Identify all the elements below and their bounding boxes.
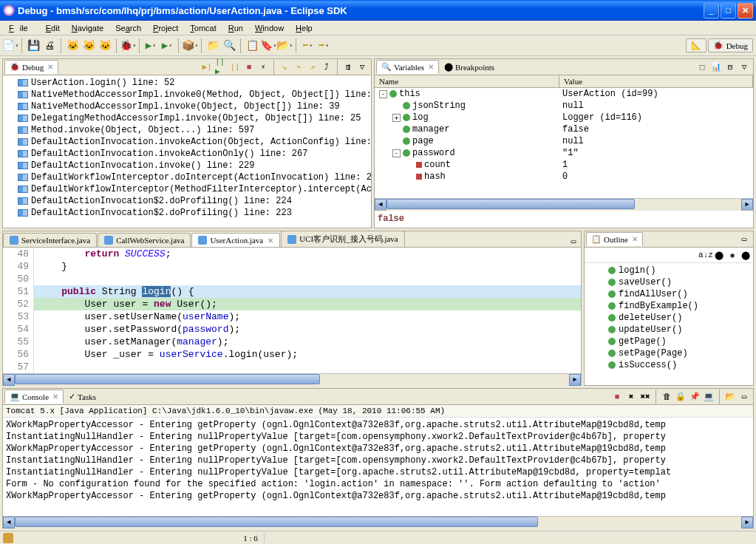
remove-all-icon[interactable]: ✖✖ xyxy=(639,391,651,403)
new-button[interactable]: 📄 xyxy=(3,38,18,53)
variable-row[interactable]: pagenull xyxy=(375,135,753,147)
outline-item[interactable]: saveUser() xyxy=(586,276,752,288)
variable-row[interactable]: jsonStringnull xyxy=(375,100,753,112)
clear-console-icon[interactable]: 🗑 xyxy=(661,391,672,403)
outline-item[interactable]: findAllUser() xyxy=(586,288,752,300)
editor-tab-callwebservice[interactable]: CallWebService.java xyxy=(98,233,191,247)
hide-nonpublic-icon[interactable]: ⬤ xyxy=(740,249,752,261)
menu-edit[interactable]: Edit xyxy=(40,22,66,34)
code-area[interactable]: return SUCCESS; } public String login() … xyxy=(34,248,581,373)
show-type-names-icon[interactable]: ⬚ xyxy=(696,61,708,73)
menu-help[interactable]: Help xyxy=(290,22,319,34)
debug-stack[interactable]: UserAction.login() line: 52 NativeMethod… xyxy=(3,75,371,228)
outline-item[interactable]: isSuccess() xyxy=(586,359,752,371)
scroll-lock-icon[interactable]: 🔒 xyxy=(675,391,687,403)
close-icon[interactable]: ✕ xyxy=(268,237,273,245)
outline-item[interactable]: deleteUser() xyxy=(586,312,752,324)
console-tab[interactable]: 💻 Console ✕ xyxy=(4,390,64,404)
drop-to-frame-button[interactable]: ⤴ xyxy=(321,61,333,73)
variable-row[interactable]: -thisUserAction (id=99) xyxy=(375,88,753,100)
terminate-button[interactable]: ■ xyxy=(611,391,623,403)
step-over-button[interactable]: ↷ xyxy=(293,61,304,73)
close-icon[interactable]: ✕ xyxy=(47,63,53,71)
outline-item[interactable]: login() xyxy=(586,265,752,276)
step-return-button[interactable]: ↗ xyxy=(307,61,319,73)
col-name[interactable]: Name xyxy=(375,75,559,87)
console-body[interactable]: XWorkMapPropertyAccessor - Entering getP… xyxy=(3,418,753,516)
scroll-thumb[interactable] xyxy=(386,199,635,209)
print-button[interactable]: 🖨 xyxy=(42,38,57,53)
pin-console-icon[interactable]: 📌 xyxy=(689,391,701,403)
hide-static-icon[interactable]: ✱ xyxy=(726,249,738,261)
expand-toggle[interactable]: - xyxy=(379,90,387,98)
menu-project[interactable]: Project xyxy=(147,22,184,34)
scroll-right-icon[interactable]: ► xyxy=(741,199,753,211)
outline-body[interactable]: login()saveUser()findAllUser()findByExam… xyxy=(585,263,753,385)
open-perspective-button[interactable]: 📐 xyxy=(686,38,706,52)
outline-item[interactable]: setPage(Page) xyxy=(586,347,752,359)
variables-hscroll[interactable]: ◄ ► xyxy=(375,198,753,210)
terminate-button[interactable]: ■ xyxy=(243,61,255,73)
close-icon[interactable]: ✕ xyxy=(428,63,434,71)
scroll-left-icon[interactable]: ◄ xyxy=(3,374,15,386)
debug-perspective-button[interactable]: 🐞 Debug xyxy=(708,38,753,52)
scroll-right-icon[interactable]: ► xyxy=(569,374,581,386)
run-last-button[interactable]: ▶ xyxy=(160,38,174,53)
show-logical-icon[interactable]: 📊 xyxy=(710,61,722,73)
resume-button[interactable]: ▶| xyxy=(201,61,213,73)
pause-button[interactable]: || xyxy=(229,61,241,73)
variables-tab[interactable]: 🔍 Variables ✕ xyxy=(376,60,439,74)
maximize-icon[interactable]: ▭ xyxy=(568,235,579,247)
variable-row[interactable]: hash0 xyxy=(375,171,753,183)
tasks-tab[interactable]: ✓ Tasks xyxy=(64,390,101,404)
debug-button[interactable]: 🐞 xyxy=(120,38,135,53)
run-button[interactable]: ▶ xyxy=(143,38,158,53)
annotation-button[interactable]: 🔖 xyxy=(261,38,276,53)
outline-item[interactable]: updateUser() xyxy=(586,324,752,336)
outline-item[interactable]: getPage() xyxy=(586,336,752,347)
variable-row[interactable]: managerfalse xyxy=(375,123,753,135)
folder-button[interactable]: 📂 xyxy=(277,38,292,53)
tomcat-start-icon[interactable]: 🐱 xyxy=(65,38,80,53)
editor-body[interactable]: 48 49 50 51 52 53 54 55 56 57 return SUC… xyxy=(3,248,581,373)
menu-run[interactable]: Run xyxy=(222,22,249,34)
console-hscroll[interactable]: ◄ ► xyxy=(3,516,753,528)
tomcat-restart-icon[interactable]: 🐱 xyxy=(98,38,112,53)
minimize-button[interactable]: _ xyxy=(704,3,719,18)
scroll-right-icon[interactable]: ► xyxy=(741,517,753,528)
col-value[interactable]: Value xyxy=(559,75,753,87)
menu-file[interactable]: File xyxy=(3,22,40,34)
remove-launch-icon[interactable]: ✖ xyxy=(625,391,637,403)
variable-row[interactable]: -password"1" xyxy=(375,147,753,159)
outline-tab[interactable]: 📋 Outline ✕ xyxy=(586,232,643,246)
menu-window[interactable]: Window xyxy=(249,22,290,34)
editor-tab-useraction[interactable]: UserAction.java ✕ xyxy=(191,233,280,247)
variable-row[interactable]: count1 xyxy=(375,159,753,171)
outline-item[interactable]: findByExample() xyxy=(586,300,752,312)
search-button[interactable]: 🔍 xyxy=(222,38,236,53)
breakpoints-tab[interactable]: ⬤ Breakpoints xyxy=(439,60,500,74)
tomcat-stop-icon[interactable]: 🐱 xyxy=(81,38,96,53)
expand-toggle[interactable]: + xyxy=(392,114,401,122)
menu-navigate[interactable]: Navigate xyxy=(66,22,109,34)
editor-hscroll[interactable]: ◄ ► xyxy=(3,373,581,385)
forward-button[interactable]: ➡ xyxy=(316,38,331,53)
close-icon[interactable]: ✕ xyxy=(52,392,58,401)
debug-tab[interactable]: 🐞 Debug ✕ xyxy=(4,60,58,74)
task-button[interactable]: 📋 xyxy=(245,38,259,53)
expand-toggle[interactable]: - xyxy=(392,149,401,157)
save-button[interactable]: 💾 xyxy=(26,38,41,53)
back-button[interactable]: ⬅ xyxy=(300,38,315,53)
variables-body[interactable]: -thisUserAction (id=99)jsonStringnull+lo… xyxy=(375,88,753,198)
open-type-button[interactable]: 📁 xyxy=(205,38,220,53)
display-console-icon[interactable]: 💻 xyxy=(703,391,715,403)
editor-tab-serviceinterface[interactable]: ServiceInterface.java xyxy=(3,233,97,247)
scroll-left-icon[interactable]: ◄ xyxy=(375,199,386,211)
close-icon[interactable]: ✕ xyxy=(632,235,638,243)
step-into-button[interactable]: ↘ xyxy=(279,61,290,73)
scroll-thumb[interactable] xyxy=(15,374,320,384)
maximize-icon[interactable]: ▭ xyxy=(738,234,750,245)
variable-row[interactable]: +logLogger (id=116) xyxy=(375,112,753,123)
use-step-filters-button[interactable]: ⇶ xyxy=(342,61,354,73)
editor-tab-uci[interactable]: UCI客户识别_接入号码.java xyxy=(281,231,405,247)
